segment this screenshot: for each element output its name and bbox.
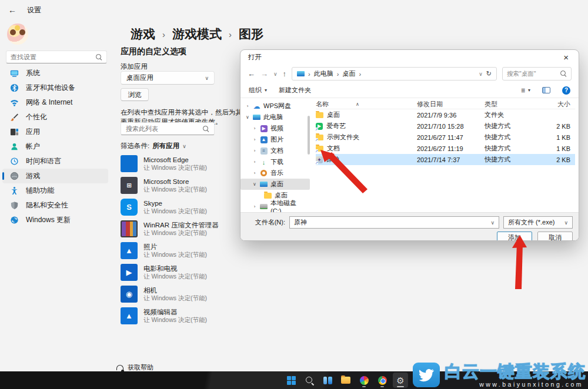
address-bar[interactable]: › 此电脑 › 桌面 › ∨ ↻ xyxy=(292,67,497,81)
tree-item-this-pc[interactable]: ∨ 此电脑 xyxy=(240,112,310,123)
tree-label: 文档 xyxy=(270,146,283,155)
sidebar-label: 帐户 xyxy=(26,142,40,152)
preview-pane-icon[interactable] xyxy=(542,87,550,93)
user-avatar[interactable] xyxy=(7,24,28,45)
filetype-dropdown[interactable]: 所有文件 (*.exe) ∨ xyxy=(503,216,573,229)
file-row-iqiyi[interactable]: ▶爱奇艺 2021/7/10 15:28 快捷方式 2 KB xyxy=(316,120,575,132)
file-row-documents[interactable]: 文档 2021/6/27 11:19 快捷方式 1 KB xyxy=(316,143,575,154)
sidebar-item-apps[interactable]: 应用 xyxy=(2,125,108,139)
filename-input[interactable]: 原神 ∨ xyxy=(289,216,499,229)
expand-icon[interactable]: › xyxy=(252,126,257,131)
expand-icon[interactable]: › xyxy=(252,204,257,209)
file-date: 2021/7/10 15:28 xyxy=(417,123,485,130)
taskbar-search-button[interactable] xyxy=(302,373,317,388)
tree-label: 视频 xyxy=(270,124,283,133)
new-folder-button[interactable]: 新建文件夹 xyxy=(279,86,311,95)
column-size[interactable]: 大小 xyxy=(539,100,575,109)
tree-label: 音乐 xyxy=(270,169,283,177)
sidebar-item-system[interactable]: 系统 xyxy=(2,66,108,81)
tree-item-music[interactable]: › 音乐 xyxy=(240,167,310,179)
app-row-store[interactable]: ⊞ Microsoft Store让 Windows 决定(节能) xyxy=(121,175,238,196)
browse-button[interactable]: 浏览 xyxy=(121,88,149,101)
file-row-sample-folder[interactable]: 示例文件夹 2021/6/27 11:47 快捷方式 1 KB xyxy=(316,132,575,143)
filter-row[interactable]: 筛选条件: 所有应用 ∨ xyxy=(121,142,186,150)
chevron-down-icon[interactable]: ∨ xyxy=(490,220,495,226)
nav-back-icon[interactable]: ← xyxy=(248,69,255,78)
app-row-photos[interactable]: ▲ 照片让 Windows 决定(节能) xyxy=(121,240,238,261)
file-name: 原神 xyxy=(326,155,339,164)
media-app-button[interactable] xyxy=(356,373,372,388)
sidebar-item-privacy[interactable]: 隐私和安全性 xyxy=(2,198,108,213)
sidebar-item-time-language[interactable]: 时间和语言 xyxy=(2,154,108,169)
gear-icon: ⚙ xyxy=(396,376,404,385)
expand-icon[interactable]: › xyxy=(252,170,257,176)
app-row-skype[interactable]: S Skype让 Windows 决定(节能) xyxy=(121,196,238,218)
app-row-winrar[interactable]: WinRAR 压缩文件管理器让 Windows 决定(节能) xyxy=(121,218,238,240)
sidebar-item-bluetooth[interactable]: 蓝牙和其他设备 xyxy=(2,81,108,95)
expand-icon[interactable]: › xyxy=(245,103,250,109)
back-button[interactable]: ← xyxy=(8,5,16,15)
app-row-edge[interactable]: Microsoft Edge让 Windows 决定(节能) xyxy=(121,153,238,175)
app-type-dropdown[interactable]: 桌面应用 ∨ xyxy=(121,71,215,85)
settings-search-placeholder: 查找设置 xyxy=(11,53,96,62)
settings-taskbar-button[interactable]: ⚙ xyxy=(393,373,408,388)
section-title: 应用的自定义选项 xyxy=(121,46,186,57)
collapse-icon[interactable]: ∨ xyxy=(252,182,257,187)
expand-icon[interactable]: › xyxy=(252,137,257,142)
refresh-icon[interactable]: ↻ xyxy=(486,70,492,78)
add-button[interactable]: 添加 xyxy=(497,232,532,241)
file-name: 示例文件夹 xyxy=(327,133,359,142)
tree-item-downloads[interactable]: › ↓ 下载 xyxy=(240,156,310,167)
address-dropdown-icon[interactable]: ∨ xyxy=(479,71,483,77)
expand-icon[interactable]: › xyxy=(252,159,257,165)
collapse-icon[interactable]: ∨ xyxy=(245,115,250,120)
tree-item-local-disk-c[interactable]: › 本地磁盘 (C:) xyxy=(240,201,310,212)
settings-search-input[interactable]: 查找设置 xyxy=(6,51,107,63)
breadcrumb-game-mode[interactable]: 游戏模式 xyxy=(172,26,222,42)
view-mode-button[interactable]: ≡ ▾ xyxy=(521,86,530,95)
tree-item-documents[interactable]: › ≡ 文档 xyxy=(240,145,310,156)
sidebar-item-gaming[interactable]: 游戏 xyxy=(2,169,108,183)
dialog-search-input[interactable]: 搜索"桌面" xyxy=(502,67,572,81)
column-date[interactable]: 修改日期 xyxy=(417,100,485,109)
sidebar-label: 隐私和安全性 xyxy=(26,200,68,210)
column-name[interactable]: 名称 ∧ xyxy=(316,100,417,109)
tree-item-pictures[interactable]: › ▲ 图片 xyxy=(240,134,310,145)
file-explorer-button[interactable] xyxy=(338,373,353,388)
app-row-video-editor[interactable]: ▲ 视频编辑器让 Windows 决定(节能) xyxy=(121,305,238,327)
start-button[interactable] xyxy=(283,373,299,388)
sidebar-item-accounts[interactable]: 帐户 xyxy=(2,139,108,154)
close-icon[interactable]: × xyxy=(561,52,571,62)
tree-item-wps-cloud[interactable]: › ☁ WPS网盘 xyxy=(240,100,310,112)
tree-item-desktop[interactable]: ∨ 桌面 xyxy=(240,179,310,190)
file-row-desktop[interactable]: 桌面 2021/7/9 9:36 文件夹 xyxy=(316,109,575,120)
tree-item-videos[interactable]: › ▶ 视频 xyxy=(240,123,310,134)
nav-up-icon[interactable]: ↑ xyxy=(283,69,287,78)
address-desktop[interactable]: 桌面 xyxy=(342,69,355,78)
organize-menu[interactable]: 组织 ▾ xyxy=(249,86,267,95)
watermark: 白云一键重装系统 www.baiyunxitong.com xyxy=(413,363,586,388)
address-this-pc[interactable]: 此电脑 xyxy=(314,69,333,78)
sidebar-item-personalization[interactable]: 个性化 xyxy=(2,110,108,125)
chrome-button[interactable] xyxy=(375,373,390,388)
cancel-button[interactable]: 取消 xyxy=(537,232,573,241)
brush-icon xyxy=(9,113,19,122)
breadcrumb-gaming[interactable]: 游戏 xyxy=(131,26,155,42)
nav-history-icon[interactable]: ∨ xyxy=(273,71,278,77)
app-row-movies[interactable]: ▶ 电影和电视让 Windows 决定(节能) xyxy=(121,261,238,283)
list-search-input[interactable]: 搜索此列表 xyxy=(121,122,215,135)
add-app-label: 添加应用 xyxy=(121,62,148,71)
task-view-button[interactable] xyxy=(320,373,335,388)
expand-icon[interactable]: › xyxy=(252,148,257,153)
get-help-link[interactable]: 获取帮助 xyxy=(116,363,153,372)
help-icon[interactable]: ? xyxy=(562,86,570,95)
app-row-camera[interactable]: ◉ 相机让 Windows 决定(节能) xyxy=(121,283,238,305)
column-type[interactable]: 类型 xyxy=(485,100,539,109)
sidebar-item-accessibility[interactable]: 辅助功能 xyxy=(2,183,108,198)
tree-scrollbar[interactable] xyxy=(308,116,310,155)
sidebar-item-windows-update[interactable]: Windows 更新 xyxy=(2,213,108,227)
dialog-titlebar[interactable]: 打开 × xyxy=(240,50,579,65)
nav-forward-icon[interactable]: → xyxy=(260,69,268,78)
sidebar-item-network[interactable]: 网络 & Internet xyxy=(2,95,108,110)
file-row-genshin[interactable]: ✦原神 2021/7/14 7:37 快捷方式 2 KB xyxy=(316,154,575,165)
